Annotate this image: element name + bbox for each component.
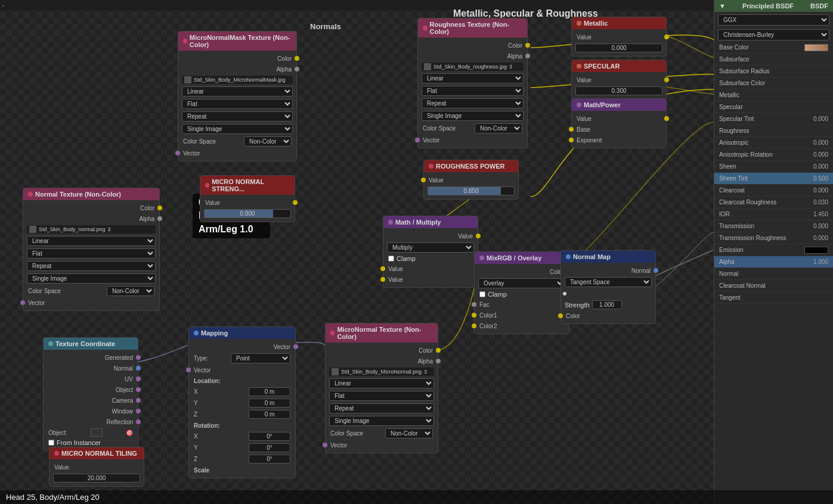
tc-camera: Camera xyxy=(44,395,138,406)
mnm-src[interactable]: Single Image xyxy=(182,124,293,134)
mnm-proj[interactable]: Flat xyxy=(182,99,293,109)
mm-value-out: Value xyxy=(383,231,478,241)
map-rotation-label: Rotation: xyxy=(189,420,295,431)
mix-clamp-check[interactable] xyxy=(479,291,485,297)
roughness-src[interactable]: Single Image xyxy=(422,111,524,121)
nt-ext[interactable]: Repeat xyxy=(27,261,156,271)
bsdf-header: ▼ Principled BSDF BSDF xyxy=(714,0,833,12)
annotation-line3: Arm/Leg 1.0 xyxy=(199,223,264,236)
bsdf-row-subsurface: Subsurface xyxy=(714,54,833,66)
mix-clamp-row: Clamp xyxy=(475,290,569,299)
bsdf-row-emission: Emission xyxy=(714,244,833,256)
mnm-interp[interactable]: Linear xyxy=(182,86,293,97)
mns-value[interactable]: 0.800 xyxy=(204,209,291,218)
bsdf-row-metallic: Metallic xyxy=(714,89,833,101)
bsdf-distribution[interactable]: GGX xyxy=(718,14,829,26)
node-roughness-power: ROUGHNESS POWER Value 0.850 xyxy=(423,160,519,200)
bsdf-row-sheen-tint: Sheen Tint 0.500 xyxy=(714,173,833,185)
mm-value1-in: Value xyxy=(383,263,478,274)
tc-instancer-check[interactable] xyxy=(48,440,54,446)
nt-src[interactable]: Single Image xyxy=(27,273,156,284)
node-tex-coord-header: Texture Coordinate xyxy=(44,338,138,350)
node-math-multiply: Math / Multiply Value Multiply Clamp Val… xyxy=(383,216,478,288)
node-mixrgb-overlay: MixRGB / Overlay Color Overlay Clamp Fac… xyxy=(474,251,569,334)
node-metallic-header: Metallic xyxy=(572,17,666,29)
bsdf-row-subsurface-radius: Subsurface Radius xyxy=(714,66,833,77)
math-power-exponent: Exponent xyxy=(572,135,666,145)
mm-clamp-check[interactable] xyxy=(388,256,394,262)
bsdf-row-transmission-roughness: Transmission Roughness 0.000 xyxy=(714,232,833,244)
nt-colorspace[interactable]: Non-Color xyxy=(107,286,154,296)
roughness-filename: Std_Skin_Body_roughness.jpg 3 xyxy=(422,63,524,71)
roughness-proj[interactable]: Flat xyxy=(422,86,524,96)
map-type[interactable]: Point xyxy=(231,353,290,363)
mnt-src[interactable]: Single Image xyxy=(329,416,434,426)
mnm-filename: Std_Skin_Body_MicroNormalMask.jpg xyxy=(182,76,293,84)
map-loc-x-val[interactable]: 0 m xyxy=(249,387,290,396)
specular-value-row: Value xyxy=(572,74,666,85)
bsdf-panel: ▼ Principled BSDF BSDF GGX Christensen-B… xyxy=(714,0,833,504)
metallic-value[interactable]: 0.000 xyxy=(575,43,662,52)
mnm-vector-row: Vector xyxy=(178,148,296,158)
mix-op[interactable]: Overlay xyxy=(478,278,565,288)
bsdf-row-clearcoat: Clearcoat 0.000 xyxy=(714,185,833,197)
nt-proj[interactable]: Flat xyxy=(27,248,156,259)
map-rot-y-val[interactable]: 0° xyxy=(249,443,290,452)
specular-value[interactable]: 0.300 xyxy=(575,86,662,95)
map-loc-z-val[interactable]: 0 m xyxy=(249,410,290,419)
mnt-colorspace[interactable]: Non-Color xyxy=(385,428,433,438)
mm-clamp-row: Clamp xyxy=(383,254,478,263)
map-vector-out: Vector xyxy=(189,341,295,352)
roughness-vector-row: Vector xyxy=(418,135,527,145)
bsdf-label: BSDF xyxy=(810,2,828,10)
tc-object: Object xyxy=(44,384,138,395)
node-specular: SPECULAR Value 0.300 xyxy=(571,60,667,99)
mm-value2-in: Value xyxy=(383,274,478,285)
roughness-ext[interactable]: Repeat xyxy=(422,98,524,108)
bsdf-row-specular: Specular xyxy=(714,101,833,113)
mnm-colorspace-row: Color Space Non-Color xyxy=(178,135,296,148)
bsdf-subsurface-method[interactable]: Christensen-Burley xyxy=(718,29,829,41)
mix-color1-in: Color1 xyxy=(475,310,569,321)
mnt-proj[interactable]: Flat xyxy=(329,391,434,401)
mnm-color-out: Color xyxy=(178,53,296,64)
roughness-power-value[interactable]: 0.850 xyxy=(428,186,515,195)
math-power-value-row: Value xyxy=(572,113,666,124)
map-type-row: Type: Point xyxy=(189,352,295,365)
mnt-interp[interactable]: Linear xyxy=(329,378,434,388)
mix-color-out: Color xyxy=(475,266,569,277)
map-loc-y-val[interactable]: 0 m xyxy=(249,399,290,407)
tc-object-picker[interactable]: 🎯 xyxy=(126,430,133,436)
mnm-ext[interactable]: Repeat xyxy=(182,111,293,122)
mm-op[interactable]: Multiply xyxy=(387,242,474,253)
normals-section-label: Normals xyxy=(310,22,341,31)
roughness-colorspace[interactable]: Non-Color xyxy=(475,123,522,133)
mnt-value[interactable]: 20.000 xyxy=(53,474,140,483)
roughness-interp[interactable]: Linear xyxy=(422,73,524,83)
map-rot-y: Y 0° xyxy=(189,442,295,453)
bsdf-row-specular-tint: Specular Tint 0.000 xyxy=(714,113,833,125)
node-mixrgb-header: MixRGB / Overlay xyxy=(475,252,569,264)
nm-strength-val[interactable]: 1.000 xyxy=(592,300,622,309)
nt-interp[interactable]: Linear xyxy=(27,236,156,246)
node-micro-normal-tiling-header: MICRO NORMAL TILING xyxy=(49,447,144,459)
bsdf-row-clearcoat-roughness: Clearcoat Roughness 0.030 xyxy=(714,197,833,209)
metallic-value-row: Value xyxy=(572,32,666,42)
math-power-base: Base xyxy=(572,124,666,135)
mnt-colorspace-row: Color Space Non-Color xyxy=(326,427,438,440)
mnt-alpha-out: Alpha xyxy=(326,356,438,366)
nm-space[interactable]: Tangent Space xyxy=(565,277,652,287)
map-loc-z: Z 0 m xyxy=(189,409,295,420)
map-rot-z-val[interactable]: 0° xyxy=(249,455,290,463)
node-micro-normal-mask-header: MicroNormalMask Texture (Non-Color) xyxy=(178,32,296,51)
mnm-alpha-out: Alpha xyxy=(178,64,296,74)
roughness-color-out: Color xyxy=(418,40,527,51)
mnm-colorspace[interactable]: Non-Color xyxy=(244,136,292,147)
mix-color2-in: Color2 xyxy=(475,321,569,331)
tc-reflection: Reflection xyxy=(44,416,138,427)
mnt-ext[interactable]: Repeat xyxy=(329,403,434,413)
map-vector-in: Vector xyxy=(189,365,295,375)
map-rot-x-val[interactable]: 0° xyxy=(249,432,290,441)
node-math-power-header: Math/Power xyxy=(572,99,666,111)
map-location-label: Location: xyxy=(189,375,295,386)
